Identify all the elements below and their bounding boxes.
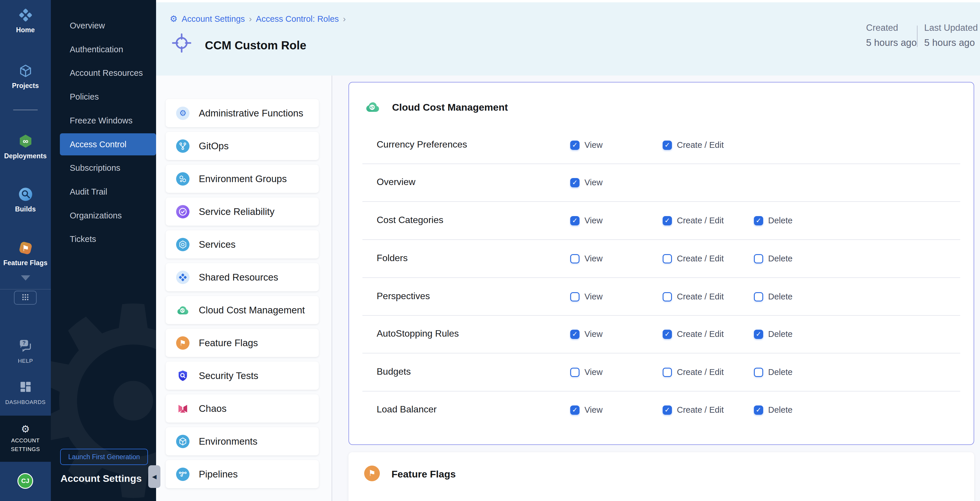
row-divider (363, 353, 960, 354)
permission-perspectives-delete[interactable]: Delete (754, 292, 792, 301)
cube-white-icon (176, 435, 189, 448)
nav-item-subscriptions[interactable]: Subscriptions (51, 157, 156, 179)
permission-folders-delete[interactable]: Delete (754, 254, 792, 263)
launch-first-generation-button[interactable]: Launch First Generation (60, 449, 148, 465)
checkbox-checked[interactable]: ✓ (570, 141, 579, 150)
nav-panel-title: Account Settings (60, 473, 142, 484)
rail-item-label: Builds (15, 205, 36, 213)
permission-row-label: Cost Categories (377, 215, 443, 225)
resource-group-chaos[interactable]: Chaos (165, 395, 319, 423)
grid-9dots-icon (21, 293, 30, 303)
resource-group-feature-flags[interactable]: ⚑Feature Flags (165, 329, 319, 357)
nav-item-audit-trail[interactable]: Audit Trail (51, 181, 156, 203)
permission-load-balancer-view[interactable]: ✓View (570, 405, 603, 415)
rail-item-label: DASHBOARDS (4, 398, 48, 407)
resource-group-security-tests[interactable]: Security Tests (165, 361, 319, 390)
permission-row-label: Overview (377, 177, 415, 187)
permission-currency-preferences-view[interactable]: ✓View (570, 140, 603, 150)
permission-autostopping-rules-view[interactable]: ✓View (570, 329, 603, 339)
permission-folders-create-edit[interactable]: Create / Edit (663, 254, 724, 263)
permission-row-label: Load Balancer (377, 404, 436, 415)
sidebar-item-projects[interactable]: Projects (0, 63, 51, 90)
checkbox-unchecked[interactable] (570, 368, 579, 377)
permission-perspectives-create-edit[interactable]: Create / Edit (663, 292, 724, 301)
nav-item-overview[interactable]: Overview (51, 14, 156, 36)
sidebar-item-account-settings[interactable]: ⚙ ACCOUNT SETTINGS (0, 415, 51, 462)
permission-cost-categories-create-edit[interactable]: ✓Create / Edit (663, 216, 724, 225)
checkbox-checked[interactable]: ✓ (663, 141, 672, 150)
nav-item-authentication[interactable]: Authentication (51, 38, 156, 60)
checkbox-label: Delete (768, 292, 792, 301)
permission-perspectives-view[interactable]: View (570, 292, 603, 301)
sidebar-item-help[interactable]: ?HELP (0, 338, 51, 365)
resource-group-pipelines[interactable]: Pipelines (165, 460, 319, 488)
resource-group-gitops[interactable]: GitOps (165, 132, 319, 160)
checkbox-unchecked[interactable] (754, 254, 763, 263)
checkbox-checked[interactable]: ✓ (663, 406, 672, 415)
sidebar-item-dashboards[interactable]: DASHBOARDS (0, 379, 51, 407)
checkbox-unchecked[interactable] (663, 254, 672, 263)
checkbox-label: View (584, 368, 603, 377)
checkbox-checked[interactable]: ✓ (570, 216, 579, 225)
resource-group-cloud-cost-management[interactable]: $Cloud Cost Management (165, 296, 319, 324)
checkbox-checked[interactable]: ✓ (754, 216, 763, 225)
checkbox-checked[interactable]: ✓ (754, 330, 763, 339)
checkbox-checked[interactable]: ✓ (754, 406, 763, 415)
breadcrumb-account-settings[interactable]: Account Settings (181, 14, 245, 24)
checkbox-unchecked[interactable] (754, 292, 763, 301)
resource-group-environment-groups[interactable]: Environment Groups (165, 165, 319, 193)
chevron-down-icon[interactable] (21, 275, 30, 281)
checkbox-checked[interactable]: ✓ (663, 330, 672, 339)
checkbox-unchecked[interactable] (663, 292, 672, 301)
sidebar-item-feature-flags[interactable]: ⚑Feature Flags (0, 241, 51, 267)
checkbox-checked[interactable]: ✓ (570, 178, 579, 187)
row-divider (363, 239, 960, 240)
checkbox-unchecked[interactable] (570, 292, 579, 301)
sidebar-item-home[interactable]: Home (0, 8, 51, 34)
permission-cost-categories-delete[interactable]: ✓Delete (754, 216, 792, 225)
help-chat-icon: ? (18, 338, 33, 353)
permission-autostopping-rules-create-edit[interactable]: ✓Create / Edit (663, 329, 724, 339)
cloud-cost-management-icon: $ (365, 99, 380, 115)
sidebar-item-builds[interactable]: Builds (0, 187, 51, 213)
breadcrumb-access-control-roles[interactable]: Access Control: Roles (256, 14, 339, 24)
module-grid-button[interactable] (14, 291, 37, 304)
nav-item-organizations[interactable]: Organizations (51, 205, 156, 227)
user-avatar[interactable]: CJ (18, 473, 33, 489)
permission-folders-view[interactable]: View (570, 254, 603, 263)
nav-collapse-button[interactable]: ◀ (148, 465, 161, 488)
checkbox-checked[interactable]: ✓ (570, 330, 579, 339)
sidebar-item-deployments[interactable]: ∞Deployments (0, 133, 51, 160)
nav-item-tickets[interactable]: Tickets (51, 228, 156, 250)
git-branch-icon (176, 140, 189, 153)
permission-budgets-view[interactable]: View (570, 368, 603, 377)
permission-cost-categories-view[interactable]: ✓View (570, 216, 603, 225)
nav-item-policies[interactable]: Policies (51, 86, 156, 108)
checkbox-unchecked[interactable] (570, 254, 579, 263)
permission-currency-preferences-create-edit[interactable]: ✓Create / Edit (663, 140, 724, 150)
checkbox-checked[interactable]: ✓ (663, 216, 672, 225)
permission-load-balancer-delete[interactable]: ✓Delete (754, 405, 792, 415)
nav-item-access-control[interactable]: Access Control (60, 133, 156, 155)
checkbox-label: Create / Edit (677, 292, 724, 301)
checkbox-checked[interactable]: ✓ (570, 406, 579, 415)
hexagon-group-icon (176, 172, 189, 185)
checkbox-unchecked[interactable] (663, 368, 672, 377)
resource-group-shared-resources[interactable]: Shared Resources (165, 263, 319, 291)
nav-item-freeze-windows[interactable]: Freeze Windows (51, 109, 156, 132)
page-title: CCM Custom Role (205, 39, 306, 52)
checkbox-unchecked[interactable] (754, 368, 763, 377)
resource-group-service-reliability[interactable]: Service Reliability (165, 198, 319, 226)
permission-autostopping-rules-delete[interactable]: ✓Delete (754, 329, 792, 339)
breadcrumb-separator: › (249, 14, 252, 24)
resource-group-administrative-functions[interactable]: ⚙Administrative Functions (165, 99, 319, 127)
permission-overview-view[interactable]: ✓View (570, 178, 603, 187)
resource-group-label: Service Reliability (199, 206, 274, 217)
resource-group-environments[interactable]: Environments (165, 427, 319, 455)
nav-item-account-resources[interactable]: Account Resources (51, 62, 156, 84)
permission-budgets-create-edit[interactable]: Create / Edit (663, 368, 724, 377)
permission-load-balancer-create-edit[interactable]: ✓Create / Edit (663, 405, 724, 415)
permission-budgets-delete[interactable]: Delete (754, 368, 792, 377)
dashboards-grid-icon (18, 379, 33, 395)
resource-group-services[interactable]: Services (165, 230, 319, 258)
